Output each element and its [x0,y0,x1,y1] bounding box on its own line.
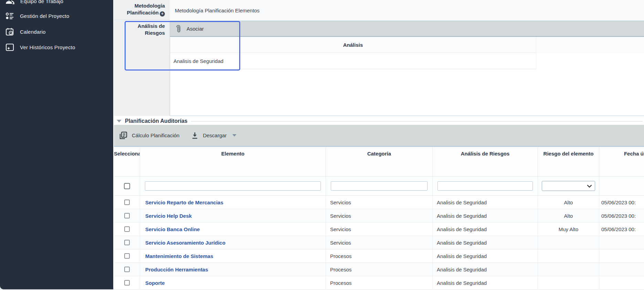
sidebar-item-label: Gestión del Proyecto [20,13,69,19]
column-header-seleccionar: Seleccionar [114,147,140,176]
fecha-cell [599,236,644,249]
sidebar: Equipo de Trabajo Gestión del Proyecto C… [0,0,113,289]
categoria-cell: Procesos [326,276,433,289]
elemento-link[interactable]: Servicio Help Desk [145,213,192,219]
categoria-cell: Servicios [326,236,433,249]
row-checkbox[interactable] [124,280,130,286]
table-row: Servicio Help Desk Servicios Analisis de… [114,209,644,223]
column-header-fecha: Fecha última Auditoría [599,147,644,176]
analisis-table: Asociar Análisis Analisis de Seguridad [170,21,644,116]
analisis-cell: Analisis de Seguridad [433,196,538,209]
sidebar-item-gestion[interactable]: Gestión del Proyecto [0,10,113,22]
column-header-analisis: Análisis de Riesgos [433,147,538,176]
fecha-cell [599,249,644,262]
riesgos-label-line2: Riesgos [145,30,165,36]
riesgo-cell: Alto [538,196,599,209]
categoria-cell: Procesos [326,263,433,276]
table-row: Producción Herramientas Procesos Analisi… [114,263,644,276]
app-root: Equipo de Trabajo Gestión del Proyecto C… [0,0,644,290]
riesgo-cell [538,263,599,276]
table-row: Servicio Banca Online Servicios Analisis… [114,223,644,236]
asociar-label: Asociar [187,26,204,32]
select-chevron-icon [587,184,592,188]
sidebar-item-historicos[interactable]: Ver Históricos Proyecto [0,41,113,53]
analisis-data-row: Analisis de Seguridad [170,53,644,69]
row-checkbox[interactable] [124,253,130,259]
elemento-link[interactable]: Soporte [145,280,165,286]
fecha-cell: 05/06/2023 00: [599,196,644,209]
row-checkbox[interactable] [124,226,130,232]
metodologia-label-line1: Metodología [135,3,165,9]
auditorias-section-header: Planificación Auditorías [114,117,644,125]
analisis-cell: Analisis de Seguridad [433,263,538,276]
calculo-planificacion-icon [119,131,128,140]
categoria-cell: Servicios [326,196,433,209]
table-header-row: Seleccionar Elemento Categoría Análisis … [114,147,644,176]
analisis-header-row: Análisis [170,37,644,53]
categoria-cell: Servicios [326,223,433,236]
riesgo-cell [538,249,599,262]
fecha-cell: 05/06/2023 00: [599,223,644,236]
elemento-link[interactable]: Servicio Banca Online [145,226,200,232]
riesgo-cell: Muy Alto [538,223,599,236]
fecha-cell [599,263,644,276]
row-checkbox[interactable] [124,267,130,272]
riesgo-cell [538,276,599,289]
sidebar-item-label: Equipo de Trabajo [20,0,63,4]
calculo-planificacion-label: Cálculo Planificación [132,132,179,138]
download-icon [191,131,199,140]
analisis-cell: Analisis de Seguridad [433,249,538,262]
paperclip-icon [176,24,181,33]
table-row: Soporte Procesos Analisis de Seguridad [114,276,644,290]
elemento-link[interactable]: Servicio Reparto de Mercancias [145,200,223,205]
sidebar-item-calendario[interactable]: Calendario [0,26,113,37]
column-header-categoria: Categoría [326,147,433,176]
analisis-riesgos-label: Análisis de Riesgos [138,23,165,36]
chevron-down-icon [232,134,236,137]
metodologia-label-column: Metodología Planificación+ Análisis de R… [114,0,170,116]
row-checkbox[interactable] [124,213,130,218]
filter-row [114,176,644,196]
elemento-link[interactable]: Servicio Asesoramiento Jurídico [145,240,225,246]
elemento-link[interactable]: Producción Herramientas [145,267,208,272]
riesgo-filter-select[interactable] [542,181,595,191]
metodologia-title-row: Metodología Planificación Elementos [170,0,644,21]
categoria-cell: Procesos [326,249,433,262]
table-row: Servicio Asesoramiento Jurídico Servicio… [114,236,644,249]
column-header-elemento: Elemento [140,147,326,176]
select-all-checkbox[interactable] [124,183,130,189]
categoria-filter-input[interactable] [331,181,427,191]
metodologia-content-title: Metodología Planificación Elementos [175,8,260,13]
analisis-column-header: Análisis [170,37,536,53]
asociar-button[interactable]: Asociar [176,24,204,33]
add-plus-icon[interactable]: + [160,11,165,17]
descargar-button[interactable]: Descargar [191,131,236,140]
riesgos-label-line1: Análisis de [138,23,165,29]
label-divider [114,20,170,20]
history-folder-icon [5,43,14,52]
sidebar-item-equipo[interactable]: Equipo de Trabajo [0,0,113,7]
column-header-riesgo: Riesgo del elemento [538,147,599,176]
elemento-link[interactable]: Mantenimiento de Sistemas [145,253,213,259]
elemento-filter-input[interactable] [145,181,321,191]
fecha-cell [599,276,644,289]
analisis-filter-input[interactable] [437,181,533,191]
row-checkbox[interactable] [124,240,130,245]
analisis-value-cell: Analisis de Seguridad [170,53,536,69]
table-row: Servicio Reparto de Mercancias Servicios… [114,196,644,209]
riesgo-cell [538,236,599,249]
metodologia-label: Metodología Planificación+ [127,2,165,17]
analisis-cell: Analisis de Seguridad [433,236,538,249]
metodologia-section: Metodología Planificación Elementos Asoc… [170,0,644,116]
section-divider-line [191,121,643,121]
metodologia-label-line2: Planificación [127,10,159,15]
collapse-triangle-icon[interactable] [117,120,122,122]
fecha-cell: 05/06/2023 00: [599,209,644,222]
analisis-cell: Analisis de Seguridad [433,223,538,236]
calculo-planificacion-button[interactable]: Cálculo Planificación [119,131,179,140]
team-icon [5,0,15,6]
analisis-cell: Analisis de Seguridad [433,276,538,289]
row-checkbox[interactable] [124,200,130,205]
auditorias-table: Seleccionar Elemento Categoría Análisis … [114,146,644,290]
analisis-cell: Analisis de Seguridad [433,209,538,222]
